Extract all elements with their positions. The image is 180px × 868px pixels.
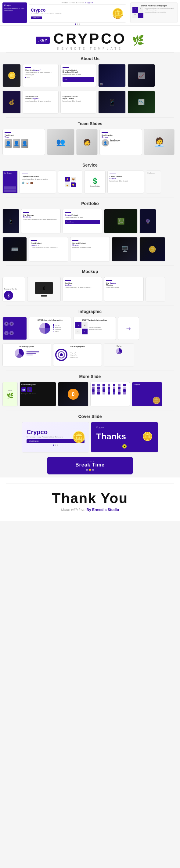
icon-grid-16 <box>97 389 100 392</box>
about-slide-chart-dark[interactable]: 📉 <box>127 91 155 114</box>
mockup-monitor-slide[interactable]: ₿ <box>27 277 61 302</box>
break-time-slide[interactable]: Crypco Break Time <box>47 457 133 474</box>
about-phone-icon: 📱 <box>108 98 116 106</box>
more-purple-right-content: Crypco 🪙 <box>132 382 162 406</box>
portfolio-dark-left-2[interactable]: ⌨️ <box>2 237 27 261</box>
about-slide-coin-partial[interactable]: 🪙 <box>2 64 21 87</box>
project-label: Project <box>4 4 25 6</box>
about-what-are-dots <box>25 77 56 78</box>
service-slide-partial-left[interactable]: like Crypco <box>2 170 18 193</box>
infographic-partial-arrow[interactable]: ➜ <box>118 317 139 340</box>
preview-crypco-logo: Crypco <box>31 8 63 12</box>
portfolio-partial-right[interactable]: 🔮 <box>140 209 156 234</box>
infographic-bar-dot-2 <box>26 353 27 354</box>
mockup-trading-partial[interactable]: Trading on Our Site ₿ <box>2 277 25 302</box>
portfolio-crypco-project-slide[interactable]: Crypco Project Lorem ipsum dolor sit ame… <box>63 209 102 234</box>
infographic-swot2-slide[interactable]: SWOT Analysis Infographics S W O T Stren… <box>73 317 116 340</box>
about-dark-left-bg: 💰 <box>3 91 21 113</box>
thank-you-subtitle: Made with love By Ermedia Studio <box>0 508 180 512</box>
dot-2 <box>77 24 78 25</box>
about-slide-phone-dark[interactable]: 📱 <box>98 91 126 114</box>
about-digital-bar-text: ● ● ● <box>64 79 66 80</box>
service-expert-content: Expert ServiceCrypco Lorem ipsum dolor s… <box>108 171 144 193</box>
team-slide-group[interactable]: 👥 <box>47 129 74 155</box>
about-slide-dark-1[interactable]: 📊 <box>98 64 126 87</box>
preview-main-slide: Professional Service Crypco Crypco Crypt… <box>27 0 128 25</box>
team-slide-expert[interactable]: The ExpertTeam 👤 👤 👤 <box>2 129 45 155</box>
service-slide-our-service[interactable]: Crypco Our Service Lorem ipsum dolor sit… <box>20 170 56 193</box>
about-slide-dark-2[interactable]: 📈 <box>127 64 155 87</box>
pie-chart-small <box>116 348 122 354</box>
infographic-bar-dot-1 <box>26 351 27 352</box>
team-row: The ExpertTeam 👤 👤 👤 👥 🧑 Our FounderCryp… <box>0 128 180 156</box>
service-icon-3: 💼 <box>30 182 33 184</box>
service-dollar-text: Service Details <box>90 185 100 187</box>
preview-start-btn[interactable]: START SLIDE <box>31 17 42 19</box>
portfolio-coin-right[interactable]: 🪙 <box>140 237 166 261</box>
more-purple-right-slide[interactable]: Crypco 🪙 <box>132 382 162 406</box>
icon-grid-10 <box>102 386 105 389</box>
about-slide-vision[interactable]: Our Vision andMission Crypco? Lorem ipsu… <box>23 91 59 114</box>
mockup-monitor-stand <box>41 295 47 297</box>
infographic-our-1-slide[interactable]: Our Infographics <box>2 344 51 366</box>
team-slide-suit[interactable]: 🧑‍💼 <box>144 129 175 155</box>
infographic-partial-right[interactable]: Our I... <box>104 344 134 366</box>
infographic-our-2-visual: ● Category One ● Category Two ● Category… <box>55 349 100 361</box>
cover-crypco-slide[interactable]: Crypco Cryptocurrency Presentation Templ… <box>22 422 89 453</box>
infographic-icons-purple[interactable]: ✕ ◎ ▸ ◈ <box>2 317 27 340</box>
icon-grid-5 <box>113 384 115 386</box>
portfolio-second-project-slide[interactable]: Second ProjectCrypco Lorem ipsum dolor s… <box>70 237 110 261</box>
cover-dot-2 <box>55 444 56 446</box>
icon-grid-25 <box>108 392 110 395</box>
mockup-partial-right[interactable]: ... <box>146 277 166 302</box>
swot-s-color <box>53 324 54 326</box>
more-bitcoin-dark-slide[interactable]: ₿ <box>58 382 88 406</box>
cover-crypco-content: Crypco Cryptocurrency Presentation Templ… <box>22 422 89 452</box>
preview-project-card: Project Lorem ipsum dolor sit amet conse… <box>2 2 27 23</box>
team-slide-founder[interactable]: Our FounderCrypco 👤 Name Founder CEO & F… <box>99 129 142 155</box>
portfolio-dark-image[interactable]: 💹 <box>104 209 138 234</box>
portfolio-dark-left-2-icon: ⌨️ <box>11 246 19 253</box>
service-slide-icons[interactable]: ⚡ 📦 🔒 💡 <box>58 170 82 193</box>
about-slide-dark-left[interactable]: 💰 <box>2 91 21 114</box>
portfolio-dark-left-2-bg: ⌨️ <box>3 237 27 261</box>
service-slide-partial-right[interactable]: Our Seru... <box>146 170 161 193</box>
swot-t-color <box>53 331 54 332</box>
infographic-our-2-slide[interactable]: Our Infographics ● Category One ● Catego… <box>53 344 102 366</box>
about-slide-what-are[interactable]: What Are Crypco? Lorem ipsum dolor sit a… <box>23 64 59 87</box>
portfolio-first-project-slide[interactable]: First ProjectCrypco ↗ Lorem ipsum dolor … <box>29 237 68 261</box>
infographic-swot1-visual: Strength Weakness Opportunity Threat <box>31 322 69 334</box>
swot-t: T <box>138 13 144 19</box>
team-slide-single[interactable]: 🧑 <box>76 129 98 155</box>
about-dark2-icon: 📈 <box>138 72 145 79</box>
service-slide-dollar[interactable]: 💲 Service Details <box>84 170 106 193</box>
portfolio-dark-right-1-bg: 🖥️ <box>112 237 137 261</box>
portfolio-second-line <box>72 240 79 241</box>
infographic-swot1-slide[interactable]: SWOT Analysis Infographics Strength Weak… <box>29 317 71 340</box>
portfolio-storage-slide[interactable]: Our StoragePortfolio Lorem ipsum dolor s… <box>21 209 61 234</box>
infographic-our-1-visual <box>5 349 49 358</box>
infographic-section-label: Infographic <box>0 305 180 316</box>
icon-grid-7 <box>123 384 126 386</box>
more-plant-partial[interactable]: Plant 🌿 <box>2 382 18 406</box>
cover-thanks-slide[interactable]: Crypco Thanks 🪙 ★ <box>91 422 158 453</box>
portfolio-dark-right-1[interactable]: 🖥️ <box>112 237 138 261</box>
more-icons-grid-slide[interactable] <box>90 382 130 406</box>
mockup-crypco-slide[interactable]: Our CrypcoMockup Lorem ipsum dolor <box>104 277 144 302</box>
preview-swot-card: SWOT Analysis Infograph S W O T Lorem ip… <box>130 2 178 23</box>
about-purple-line-1 <box>25 67 31 68</box>
service-slide-expert[interactable]: Expert ServiceCrypco Lorem ipsum dolor s… <box>108 170 144 193</box>
portfolio-partial-left[interactable]: 📱 <box>2 209 19 234</box>
icon-grid-14 <box>123 386 126 389</box>
icon-grid-23 <box>97 392 100 395</box>
team-expert-line <box>5 132 11 133</box>
about-dark1-bg: 📊 <box>98 64 125 87</box>
about-slide-digital[interactable]: Crypco is DigitalBrand and Virtual Lorem… <box>60 64 96 87</box>
cover-slide-section-label: Cover Slide <box>0 410 180 421</box>
mockup-best-slide[interactable]: Our BestMockup Lorem ipsum dolor sit ame… <box>63 277 102 302</box>
about-slide-right-choice[interactable]: Crypco is AlwaysRight Choice Lorem ipsum… <box>60 91 96 114</box>
more-connect-icons: 📧 📞 <box>21 387 54 392</box>
more-connect-slide[interactable]: Connect Support 📧 📞 Lorem ipsum dolor si… <box>20 382 56 406</box>
more-purple-label: Crypco <box>133 384 160 385</box>
infographic-bar-1 <box>27 351 39 352</box>
